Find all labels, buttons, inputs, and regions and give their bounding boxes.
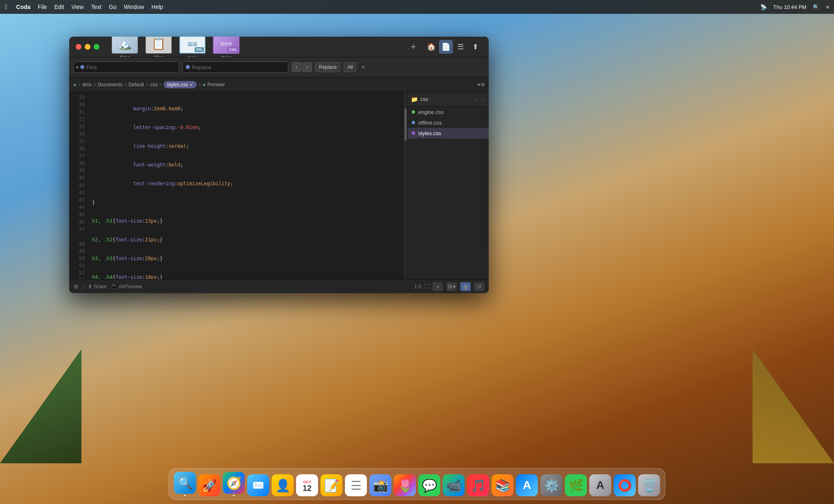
- file-item-styles[interactable]: styles.css: [408, 128, 489, 138]
- dock-item-mail[interactable]: ✉️: [247, 474, 269, 496]
- dock-item-appstore[interactable]: A: [516, 474, 538, 496]
- breadcrumb-styles-css[interactable]: styles.css ✓: [164, 81, 197, 88]
- search-toolbar: ▾ ✱ ✱ ‹ › Replace All ×: [69, 57, 489, 77]
- scrollbar-thumb[interactable]: [404, 108, 407, 141]
- menubar-edit[interactable]: Edit: [54, 4, 64, 10]
- panel-nav-back[interactable]: ‹: [474, 95, 479, 103]
- home-icon-btn[interactable]: 🏠: [424, 40, 438, 54]
- dock-item-notes[interactable]: 📝: [320, 474, 342, 496]
- dock-item-safari[interactable]: 🧭: [223, 472, 245, 496]
- dock-item-photos[interactable]: 🌷: [394, 474, 416, 496]
- dock-item-music[interactable]: 🎵: [467, 474, 489, 496]
- upload-icon-btn[interactable]: ⬆: [468, 40, 482, 54]
- next-arrow-button[interactable]: ›: [302, 62, 312, 72]
- reminders-icon[interactable]: ☰: [345, 474, 367, 496]
- menubar-text[interactable]: Text: [91, 4, 102, 10]
- dock-item-leaf[interactable]: 🌿: [565, 474, 587, 496]
- file-name-engine: engine.css: [418, 109, 443, 115]
- code-line-33: text-rendering: optimizeLegibility;: [90, 180, 404, 187]
- add-lines-button[interactable]: +≡: [477, 81, 485, 88]
- file-item-engine[interactable]: engine.css: [408, 107, 489, 117]
- breadcrumb-documents[interactable]: Documents: [98, 82, 123, 88]
- breadcrumb-sep-5: >: [198, 82, 201, 88]
- dock-item-capcut[interactable]: 📸: [369, 474, 391, 496]
- photos-icon[interactable]: 🌷: [394, 474, 416, 496]
- menubar-window[interactable]: Window: [124, 4, 144, 10]
- more-opts-btn[interactable]: ⚙▾: [446, 282, 457, 291]
- gear-icon[interactable]: ⚙: [73, 283, 79, 290]
- books-icon[interactable]: 📚: [492, 474, 514, 496]
- mail-icon[interactable]: ✉️: [247, 474, 269, 496]
- line-num-53: 53: [69, 277, 89, 279]
- music-icon[interactable]: 🎵: [467, 474, 489, 496]
- breadcrumb-preview[interactable]: ● Preview: [203, 82, 225, 88]
- maximize-button[interactable]: [94, 44, 99, 50]
- finder-icon[interactable]: 🔍: [174, 472, 196, 494]
- dock-item-launchpad[interactable]: 🚀: [198, 474, 220, 496]
- code-content[interactable]: margin: 2em 0 .6em 0; letter-spacing: -0…: [89, 92, 404, 279]
- dock-item-fontbook[interactable]: A: [589, 474, 611, 496]
- tpl-badge: TPL: [195, 47, 204, 52]
- replace-input[interactable]: [192, 64, 285, 70]
- share-button[interactable]: ⬆ Share: [88, 284, 107, 289]
- airpreview-button[interactable]: 📱 AirPreview: [111, 284, 142, 289]
- menubar-file[interactable]: File: [38, 4, 47, 10]
- facetime-icon[interactable]: 📹: [443, 474, 465, 496]
- close-search-button[interactable]: ×: [360, 64, 367, 71]
- launchpad-icon[interactable]: 🚀: [198, 474, 220, 496]
- dock-item-trash[interactable]: 🗑️: [638, 474, 660, 496]
- prev-arrow-button[interactable]: ‹: [292, 62, 301, 72]
- traffic-lights: [76, 44, 99, 50]
- menubar-go[interactable]: Go: [109, 4, 116, 10]
- folder-icon: 📁: [411, 96, 418, 103]
- code-editor[interactable]: 29 30 31 32 33 34 35 36 37 38 39 40 41 4…: [69, 92, 407, 279]
- scrollbar[interactable]: [404, 92, 407, 279]
- dock-item-reminders[interactable]: ☰: [345, 474, 367, 496]
- fontbook-icon[interactable]: A: [589, 474, 611, 496]
- apple-menu[interactable]: : [5, 3, 7, 11]
- refresh-btn[interactable]: ↺: [474, 282, 485, 291]
- line-num-29: 29: [69, 94, 89, 101]
- dock-item-facetime[interactable]: 📹: [443, 474, 465, 496]
- all-button[interactable]: All: [344, 62, 356, 72]
- nav-back-btn[interactable]: ●: [73, 82, 76, 88]
- dock-item-messages[interactable]: 💬: [418, 474, 440, 496]
- file-item-offline[interactable]: offline.css: [408, 117, 489, 128]
- dock-item-finder[interactable]: 🔍: [174, 472, 196, 496]
- view-toggle-btn[interactable]: ▦: [460, 282, 471, 291]
- replace-button[interactable]: Replace: [315, 62, 340, 72]
- circle-icon[interactable]: ⭕: [614, 474, 636, 496]
- appstore-icon[interactable]: A: [516, 474, 538, 496]
- settings-icon[interactable]: ⚙️: [540, 474, 562, 496]
- dock-item-calendar[interactable]: OCT 12: [296, 474, 318, 496]
- find-input[interactable]: [86, 64, 176, 70]
- list-icon-btn[interactable]: ☰: [454, 40, 467, 54]
- notes-icon[interactable]: 📝: [320, 474, 342, 496]
- control-icon[interactable]: ≡: [826, 4, 829, 10]
- breadcrumb-dmx[interactable]: dmx: [82, 82, 92, 88]
- search-dropdown[interactable]: ▾: [76, 65, 78, 70]
- add-tab-button[interactable]: +: [407, 41, 419, 53]
- menubar-view[interactable]: View: [72, 4, 84, 10]
- breadcrumb-default[interactable]: Default: [129, 82, 144, 88]
- panel-nav-forward[interactable]: ›: [480, 95, 485, 103]
- messages-icon[interactable]: 💬: [418, 474, 440, 496]
- add-line-btn[interactable]: +: [432, 282, 443, 291]
- dock-item-circle[interactable]: ⭕: [614, 474, 636, 496]
- dock-item-books[interactable]: 📚: [492, 474, 514, 496]
- contacts-icon[interactable]: 👤: [272, 474, 294, 496]
- calendar-icon[interactable]: OCT 12: [296, 474, 318, 496]
- minimize-button[interactable]: [85, 44, 90, 50]
- leaf-icon[interactable]: 🌿: [565, 474, 587, 496]
- capcut-icon[interactable]: 📸: [369, 474, 391, 496]
- breadcrumb-css[interactable]: css: [150, 82, 158, 88]
- close-button[interactable]: [76, 44, 81, 50]
- search-menu-icon[interactable]: 🔍: [813, 4, 819, 10]
- safari-icon[interactable]: 🧭: [223, 472, 245, 494]
- menubar-coda[interactable]: Coda: [16, 4, 31, 10]
- dock-item-contacts[interactable]: 👤: [272, 474, 294, 496]
- trash-icon[interactable]: 🗑️: [638, 474, 660, 496]
- code-icon-btn[interactable]: 📄: [439, 40, 453, 54]
- menubar-help[interactable]: Help: [151, 4, 163, 10]
- dock-item-settings[interactable]: ⚙️: [540, 474, 562, 496]
